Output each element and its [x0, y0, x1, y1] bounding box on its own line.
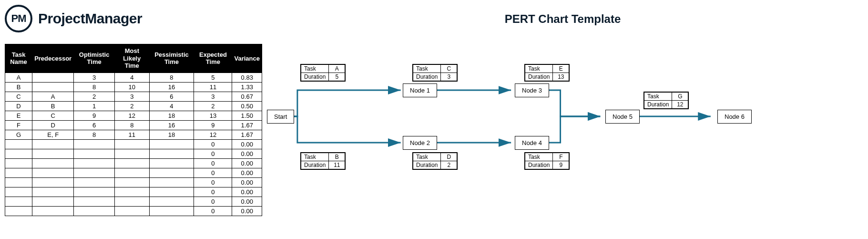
cell-pes: [149, 206, 194, 216]
cell-opt: [74, 197, 115, 206]
col-most-likely: Most Likely Time: [115, 44, 150, 73]
cell-task: [5, 197, 32, 206]
cell-opt: [74, 168, 115, 177]
cell-opt: 2: [74, 92, 115, 101]
cell-ml: [115, 139, 150, 149]
cell-exp: 0: [194, 197, 232, 206]
cell-task: F: [5, 120, 32, 130]
col-optimistic: Optimistic Time: [74, 44, 115, 73]
cell-var: 0.00: [232, 168, 262, 177]
cell-ml: 8: [115, 120, 150, 130]
cell-pes: [149, 149, 194, 158]
cell-pred: [32, 197, 74, 206]
cell-var: 0.83: [232, 73, 262, 82]
cell-ml: [115, 168, 150, 177]
cell-var: 0.00: [232, 139, 262, 149]
table-row: EC91218131.50: [5, 111, 262, 120]
table-row: FD681691.67: [5, 120, 262, 130]
cell-pred: C: [32, 111, 74, 120]
cell-exp: 3: [194, 92, 232, 101]
cell-task: [5, 149, 32, 158]
cell-pes: [149, 168, 194, 177]
cell-pes: [149, 158, 194, 168]
cell-pes: 4: [149, 101, 194, 111]
cell-task: [5, 168, 32, 177]
cell-opt: [74, 187, 115, 197]
table-row: 00.00: [5, 149, 262, 158]
cell-ml: [115, 177, 150, 187]
cell-var: 1.33: [232, 82, 262, 92]
logo-text: ProjectManager: [38, 10, 142, 27]
cell-var: 0.00: [232, 149, 262, 158]
cell-exp: 0: [194, 139, 232, 149]
cell-pred: E, F: [32, 130, 74, 139]
node-3: Node 3: [515, 83, 549, 97]
cell-opt: 6: [74, 120, 115, 130]
cell-task: G: [5, 130, 32, 139]
col-predecessor: Predecessor: [32, 44, 74, 73]
cell-exp: 0: [194, 206, 232, 216]
cell-task: D: [5, 101, 32, 111]
cell-task: [5, 206, 32, 216]
cell-pred: [32, 177, 74, 187]
table-row: 00.00: [5, 139, 262, 149]
table-row: 00.00: [5, 177, 262, 187]
cell-ml: 11: [115, 130, 150, 139]
task-info-c: TaskC Duration3: [412, 64, 458, 82]
cell-task: E: [5, 111, 32, 120]
cell-pes: 16: [149, 120, 194, 130]
pert-diagram: Start Node 1 Node 2 Node 3 Node 4 Node 5…: [262, 45, 863, 217]
cell-opt: 8: [74, 82, 115, 92]
cell-ml: [115, 206, 150, 216]
cell-pes: 18: [149, 111, 194, 120]
cell-var: 0.00: [232, 177, 262, 187]
cell-task: B: [5, 82, 32, 92]
pert-table: Task Name Predecessor Optimistic Time Mo…: [5, 44, 262, 216]
cell-task: [5, 139, 32, 149]
cell-exp: 0: [194, 177, 232, 187]
cell-ml: [115, 158, 150, 168]
cell-pes: [149, 139, 194, 149]
cell-ml: [115, 197, 150, 206]
table-row: 00.00: [5, 187, 262, 197]
page-title: PERT Chart Template: [262, 12, 863, 26]
node-5: Node 5: [605, 110, 640, 124]
cell-ml: 12: [115, 111, 150, 120]
cell-opt: 8: [74, 130, 115, 139]
cell-pred: [32, 139, 74, 149]
cell-ml: 3: [115, 92, 150, 101]
table-row: 00.00: [5, 158, 262, 168]
cell-pred: [32, 73, 74, 82]
cell-var: 0.67: [232, 92, 262, 101]
cell-ml: [115, 187, 150, 197]
col-task-name: Task Name: [5, 44, 32, 73]
cell-exp: 0: [194, 158, 232, 168]
cell-opt: 9: [74, 111, 115, 120]
cell-var: 1.67: [232, 130, 262, 139]
col-expected: Expected Time: [194, 44, 232, 73]
task-info-b: TaskB Duration11: [300, 152, 346, 170]
cell-pred: [32, 206, 74, 216]
cell-var: 0.50: [232, 101, 262, 111]
cell-exp: 13: [194, 111, 232, 120]
table-row: CA23630.67: [5, 92, 262, 101]
table-row: B81016111.33: [5, 82, 262, 92]
cell-var: 0.00: [232, 197, 262, 206]
col-variance: Variance: [232, 44, 262, 73]
cell-task: A: [5, 73, 32, 82]
cell-pred: [32, 149, 74, 158]
logo-badge-icon: PM: [5, 5, 32, 32]
cell-ml: 10: [115, 82, 150, 92]
cell-opt: 1: [74, 101, 115, 111]
table-row: 00.00: [5, 206, 262, 216]
cell-pes: [149, 197, 194, 206]
task-info-e: TaskE Duration13: [524, 64, 570, 82]
cell-opt: [74, 158, 115, 168]
cell-pes: 18: [149, 130, 194, 139]
task-info-d: TaskD Duration2: [412, 152, 458, 170]
cell-exp: 0: [194, 168, 232, 177]
cell-pred: B: [32, 101, 74, 111]
table-row: 00.00: [5, 197, 262, 206]
table-row: 00.00: [5, 168, 262, 177]
cell-var: 1.67: [232, 120, 262, 130]
